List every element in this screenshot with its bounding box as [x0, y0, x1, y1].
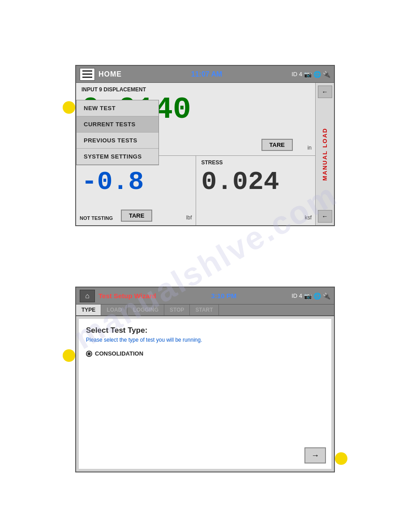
radio-consolidation[interactable]: [86, 351, 92, 357]
indicator-dot-3: [335, 452, 347, 465]
stress-label: STRESS: [201, 159, 310, 166]
wizard-title: Test Setup Wizard: [98, 292, 156, 300]
not-testing-label-2: NOT TESTING: [80, 215, 113, 221]
menu-line-2: [82, 73, 92, 75]
load-value: -0.8: [81, 169, 190, 195]
globe-icon-2: 🌐: [313, 292, 321, 300]
tab-type[interactable]: TYPE: [76, 305, 101, 315]
id-label-1: ID 4: [291, 71, 302, 77]
content-area-2: Select Test Type: Please select the type…: [79, 319, 331, 469]
displacement-unit: in: [308, 145, 312, 151]
select-test-title: Select Test Type:: [86, 326, 324, 335]
screen2: ⌂ Test Setup Wizard 3:10 PM ID 4 📷 🌐 🔌 T…: [75, 287, 335, 472]
stress-unit: ksf: [305, 215, 312, 221]
header-right-1: ID 4 📷 🌐 🔌: [291, 71, 330, 78]
indicator-dot-2: [63, 349, 75, 362]
menu-item-previous-tests[interactable]: PREVIOUS TESTS: [77, 133, 158, 149]
stress-section: STRESS 0.024 ksf: [196, 156, 316, 225]
home-icon: ⌂: [85, 292, 90, 300]
load-section: INPUT 10 LOAD -0.8 NOT TESTING TARE lbf: [76, 156, 196, 225]
tare-button-2[interactable]: TARE: [121, 210, 152, 222]
tab-bar: TYPE LOAD LOGGING STOP START: [76, 305, 334, 316]
screen1: HOME 11:07 AM ID 4 📷 🌐 🔌 NEW TEST CURREN…: [75, 65, 335, 226]
tab-stop[interactable]: STOP: [164, 305, 190, 315]
menu-line-1: [82, 70, 92, 72]
next-button[interactable]: →: [304, 447, 326, 463]
consolidation-option[interactable]: CONSOLIDATION: [86, 350, 324, 357]
id-label-2: ID 4: [291, 292, 302, 299]
tab-start[interactable]: START: [190, 305, 218, 315]
home-button[interactable]: ⌂: [80, 290, 95, 302]
header-title-1: HOME: [98, 70, 122, 78]
camera-icon-1: 📷: [304, 71, 312, 78]
menu-item-new-test[interactable]: NEW TEST: [77, 100, 158, 116]
tab-logging[interactable]: LOGGING: [128, 305, 164, 315]
camera-icon-2: 📷: [304, 292, 312, 300]
tare-button-1[interactable]: TARE: [261, 139, 293, 151]
bottom-row: INPUT 10 LOAD -0.8 NOT TESTING TARE lbf …: [76, 156, 315, 225]
menu-item-current-tests[interactable]: CURRENT TESTS: [77, 116, 158, 133]
select-test-desc: Please select the type of test you will …: [86, 337, 324, 343]
arrow-up-btn[interactable]: ←: [318, 86, 332, 98]
load-unit: lbf: [186, 215, 192, 221]
menu-button[interactable]: [80, 68, 95, 81]
header-time-2: 3:10 PM: [160, 292, 288, 300]
globe-icon-1: 🌐: [313, 71, 321, 78]
menu-line-3: [82, 77, 92, 78]
header-bar-1: HOME 11:07 AM ID 4 📷 🌐 🔌: [76, 66, 334, 83]
plug-icon-1: 🔌: [323, 71, 330, 78]
manual-load-label: MANUAL LOAD: [321, 128, 328, 181]
dropdown-menu: NEW TEST CURRENT TESTS PREVIOUS TESTS SY…: [76, 100, 159, 165]
plug-icon-2: 🔌: [323, 292, 330, 300]
content-area-1: NEW TEST CURRENT TESTS PREVIOUS TESTS SY…: [76, 83, 334, 225]
menu-item-system-settings[interactable]: SYSTEM SETTINGS: [77, 149, 158, 165]
side-panel: ← MANUAL LOAD ←: [315, 83, 334, 225]
header-bar-2: ⌂ Test Setup Wizard 3:10 PM ID 4 📷 🌐 🔌: [76, 287, 334, 305]
header-time-1: 11:07 AM: [125, 70, 288, 78]
stress-value: 0.024: [201, 169, 310, 195]
next-arrow-icon: →: [311, 451, 319, 460]
arrow-down-btn[interactable]: ←: [318, 210, 332, 223]
consolidation-label: CONSOLIDATION: [95, 350, 143, 357]
displacement-label: INPUT 9 DISPLACEMENT: [81, 86, 310, 93]
header-right-2: ID 4 📷 🌐 🔌: [291, 292, 330, 300]
indicator-dot-1: [63, 101, 75, 114]
tab-load[interactable]: LOAD: [101, 305, 128, 315]
